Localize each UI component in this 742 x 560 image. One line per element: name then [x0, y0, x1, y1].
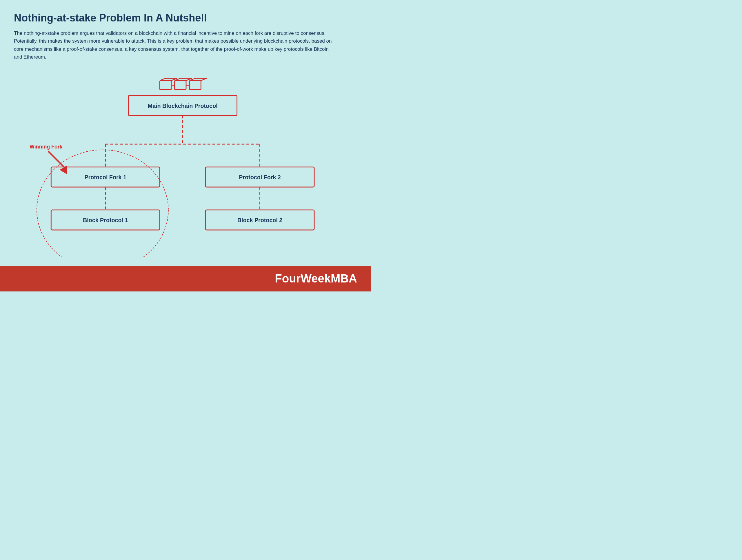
description-text: The nothing-at-stake problem argues that… — [14, 29, 333, 61]
fork1-label: Protocol Fork 1 — [84, 174, 126, 181]
page-title: Nothing-at-stake Problem In A Nutshell — [14, 12, 357, 24]
block1-label: Block Protocol 1 — [83, 217, 128, 223]
main-content: Nothing-at-stake Problem In A Nutshell T… — [0, 0, 371, 266]
winning-fork-label: Winning Fork — [30, 144, 62, 150]
blockchain-icons — [160, 78, 207, 90]
diagram-area: Main Blockchain Protocol Protocol Fork 1… — [14, 71, 357, 257]
footer-brand: FourWeekMBA — [275, 272, 357, 285]
svg-rect-5 — [175, 81, 186, 90]
fork2-label: Protocol Fork 2 — [239, 174, 281, 181]
main-protocol-label: Main Blockchain Protocol — [148, 103, 218, 109]
diagram-svg: Main Blockchain Protocol Protocol Fork 1… — [14, 71, 357, 257]
footer: FourWeekMBA — [0, 266, 371, 292]
block2-label: Block Protocol 2 — [237, 217, 282, 223]
winning-fork-circle — [37, 150, 168, 257]
svg-rect-9 — [190, 81, 201, 90]
svg-rect-0 — [160, 81, 171, 90]
winning-fork-arrow-line — [48, 151, 64, 167]
